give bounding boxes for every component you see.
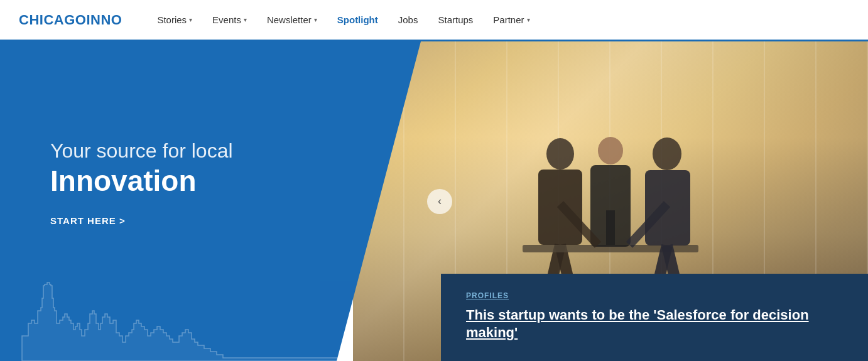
chevron-down-icon: ▾ [527,16,530,23]
hero-article-card: PROFILES This startup wants to be the 'S… [441,274,868,361]
hero-title: Innovation [50,165,383,197]
chevron-down-icon: ▾ [189,16,192,23]
nav-link-partner[interactable]: Partner ▾ [483,9,540,30]
logo-chicago: CHICAGO [19,12,86,28]
svg-point-7 [653,137,681,170]
svg-point-5 [598,137,623,164]
nav-link-stories[interactable]: Stories ▾ [147,9,202,30]
site-logo[interactable]: CHICAGOINNO [19,12,122,28]
nav-item-partner: Partner ▾ [483,9,540,30]
hero-section: Your source for local Innovation START H… [0,41,868,361]
people-silhouette-icon [485,122,736,298]
chevron-down-icon: ▾ [244,16,247,23]
nav-link-jobs[interactable]: Jobs [388,9,428,30]
carousel-prev-button[interactable]: ‹ [427,189,452,214]
logo-inno: INNO [86,12,122,28]
hero-subtitle: Your source for local [50,139,383,163]
navbar: CHICAGOINNO Stories ▾ Events ▾ Newslette… [0,0,868,41]
nav-item-newsletter: Newsletter ▾ [257,9,327,30]
nav-item-startups: Startups [428,9,483,30]
nav-item-events: Events ▾ [202,9,257,30]
nav-item-jobs: Jobs [388,9,428,30]
nav-link-events[interactable]: Events ▾ [202,9,257,30]
chevron-down-icon: ▾ [314,16,317,23]
nav-item-spotlight: Spotlight [327,9,388,30]
card-category-label[interactable]: PROFILES [466,291,843,300]
nav-link-spotlight[interactable]: Spotlight [327,9,388,30]
svg-point-0 [546,138,574,170]
nav-menu: Stories ▾ Events ▾ Newsletter ▾ Spotligh… [147,9,540,30]
hero-cta-button[interactable]: START HERE > [50,215,383,226]
card-headline-link[interactable]: This startup wants to be the 'Salesforce… [466,307,809,341]
nav-link-newsletter[interactable]: Newsletter ▾ [257,9,327,30]
nav-item-stories: Stories ▾ [147,9,202,30]
nav-link-startups[interactable]: Startups [428,9,483,30]
